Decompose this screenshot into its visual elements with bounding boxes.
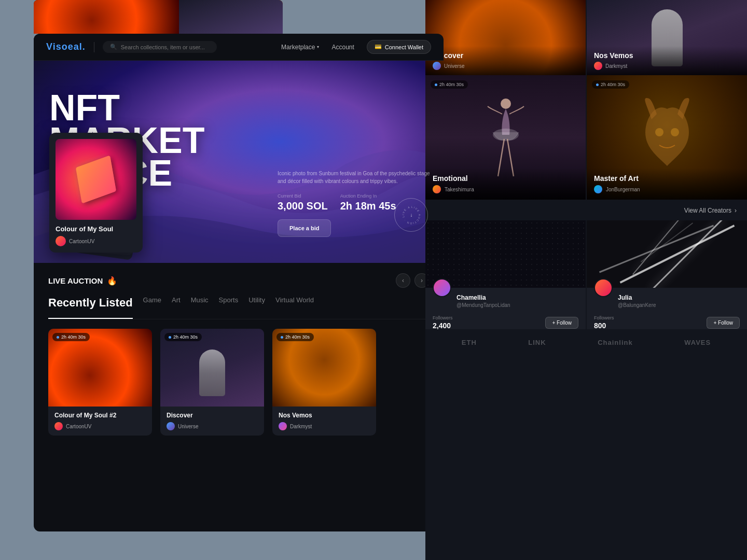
logo: Visoeal.	[46, 41, 86, 52]
auction-card-emotional-avatar	[433, 185, 441, 193]
nft-card-1-image: 2h 40m 30s	[160, 329, 264, 407]
tab-art[interactable]: Art	[172, 296, 181, 314]
creator-chamellia-name: Chamellia	[457, 294, 578, 301]
nft-card-1-author: Universe	[178, 424, 198, 429]
creator-card-julia-img	[587, 220, 747, 288]
creator-julia-follow-button[interactable]: + Follow	[707, 317, 740, 329]
nft-card-2-author: Darkmyst	[290, 424, 312, 429]
wallet-icon: 💳	[375, 44, 382, 50]
svg-point-5	[671, 128, 679, 136]
timer-dot-2	[281, 336, 283, 339]
rp-card-discover[interactable]: Discover Universe	[425, 0, 586, 75]
view-all-creators-button[interactable]: View All Creators ›	[684, 207, 737, 214]
creator-card-chamellia-img	[425, 220, 586, 288]
fire-icon: 🔥	[107, 276, 117, 286]
deco-top-left	[34, 0, 179, 34]
rp-card-nosvemos-avatar	[594, 62, 602, 70]
tab-game[interactable]: Game	[143, 296, 161, 314]
timer-dot-emotional	[435, 83, 437, 86]
nft-card-image	[56, 139, 136, 220]
current-bid-value: 3,000 SOL	[278, 200, 328, 212]
svg-point-2	[501, 99, 511, 109]
creator-julia-avatar	[594, 278, 613, 297]
creator-julia-followers-label: Followers	[594, 315, 614, 320]
nft-card-0-author-row: CartoonUV	[54, 422, 146, 430]
auction-ending-value: 2h 18m 45s	[340, 200, 396, 212]
nft-card-2-author-row: Darkmyst	[279, 422, 370, 430]
prev-arrow-button[interactable]: ‹	[396, 273, 410, 288]
timer-dot	[57, 336, 59, 339]
nav-arrows: ‹ ›	[396, 273, 429, 288]
deco-top-right	[179, 0, 283, 34]
place-bid-button[interactable]: Place a bid	[278, 219, 331, 237]
nft-card-0[interactable]: 2h 40m 30s Colour of My Soul #2 CartoonU…	[48, 329, 152, 436]
svg-line-8	[641, 223, 693, 262]
nft-card-0-timer: 2h 40m 30s	[52, 333, 90, 341]
auction-card-masterofart[interactable]: 2h 40m 30s Master of Art JonBurgerman	[587, 75, 747, 200]
creator-chamellia-followers-label: Followers	[433, 315, 453, 320]
creator-card-chamellia: Chamellia @MendungTanpoLidan Followers 2…	[425, 220, 586, 329]
category-tabs: Recently Listed Game Art Music Sports Ut…	[48, 296, 429, 319]
rp-card-nosvemos-author: Darkmyst	[605, 63, 627, 69]
hero-bid-section: Iconic photo from Sunburn festival in Go…	[278, 170, 433, 237]
hero-section: NFT MARKET PLACE Colour of My Soul Carto…	[34, 61, 444, 263]
creator-julia-followers-count: 800	[594, 321, 614, 329]
account-nav[interactable]: Account	[331, 44, 354, 51]
search-input[interactable]	[121, 44, 210, 50]
auction-cards-grid: 2h 40m 30s Emotional Takeshimura	[425, 75, 747, 200]
nft-card-1-author-row: Universe	[167, 422, 258, 430]
nft-card-1[interactable]: 2h 40m 30s Discover Universe	[160, 329, 264, 436]
auction-card-masterofart-author: JonBurgerman	[606, 187, 640, 192]
right-panel-inner: Discover Universe Nos Vemos	[425, 0, 747, 560]
tab-sports[interactable]: Sports	[219, 296, 239, 314]
statue-shape	[199, 349, 225, 396]
crypto-logos-row: ETH LINK Chainlink WAVES	[425, 330, 747, 355]
nft-card-2-avatar	[279, 422, 287, 430]
crypto-logo-waves: WAVES	[684, 339, 711, 346]
rp-card-nosvemos[interactable]: Nos Vemos Darkmyst	[587, 0, 747, 75]
rp-card-nosvemos-title: Nos Vemos	[594, 51, 740, 60]
auction-card-masterofart-avatar	[594, 185, 602, 193]
chevron-down-icon: ▾	[317, 45, 319, 49]
nft-card-2[interactable]: 2h 40m 30s Nos Vemos Darkmyst	[272, 329, 376, 436]
auction-card-emotional-title: Emotional	[433, 174, 578, 183]
timer-dot-1	[169, 336, 171, 339]
rp-card-discover-avatar	[433, 62, 441, 70]
marketplace-nav[interactable]: Marketplace ▾	[281, 44, 319, 51]
auction-card-masterofart-title: Master of Art	[594, 174, 740, 183]
nft-card-title: Colour of My Soul	[56, 225, 136, 233]
auction-ending-block: Auction Ending In 2h 18m 45s	[340, 193, 396, 212]
nav-links: Marketplace ▾ Account 💳 Connect Wallet	[281, 40, 431, 54]
hero-nft-card[interactable]: Colour of My Soul CartoonUV	[49, 133, 143, 253]
nft-card-0-image: 2h 40m 30s	[48, 329, 152, 407]
crypto-logo-chainlink: Chainlink	[598, 339, 633, 346]
nft-card-2-name: Nos Vemos	[279, 412, 370, 419]
deco-top-strip	[34, 0, 283, 34]
creator-chamellia-follow-button[interactable]: + Follow	[545, 317, 578, 329]
creator-chamellia-handle: @MendungTanpoLidan	[457, 302, 578, 308]
rp-card-discover-title: Discover	[433, 51, 578, 60]
chevron-right-icon: ›	[735, 207, 737, 214]
search-icon: 🔍	[110, 44, 117, 50]
nft-card-author-name: CartoonUV	[69, 239, 94, 244]
auction-card-emotional[interactable]: 2h 40m 30s Emotional Takeshimura	[425, 75, 586, 200]
creator-julia-name: Julia	[618, 294, 740, 301]
tab-music[interactable]: Music	[191, 296, 209, 314]
tab-utility[interactable]: Utility	[248, 296, 265, 314]
rp-card-discover-author-row: Universe	[433, 62, 578, 70]
nft-card-avatar	[56, 236, 66, 246]
hero-description: Iconic photo from Sunburn festival in Go…	[278, 170, 433, 185]
connect-wallet-button[interactable]: 💳 Connect Wallet	[367, 40, 431, 54]
live-auction-section: LIVE AUCTION 🔥 ‹ › Recently Listed Game …	[34, 263, 444, 441]
tab-recently-listed[interactable]: Recently Listed	[48, 296, 133, 314]
auction-card-masterofart-author-row: JonBurgerman	[594, 185, 740, 193]
lines-svg	[587, 220, 747, 288]
creator-card-julia: Julia @BalunganKere Followers 800 + Foll…	[587, 220, 747, 329]
auction-ending-label: Auction Ending In	[340, 193, 396, 199]
search-bar[interactable]: 🔍	[103, 41, 217, 53]
rp-card-nosvemos-author-row: Darkmyst	[594, 62, 740, 70]
tab-virtual-world[interactable]: Virtual World	[275, 296, 314, 314]
cube-artwork	[76, 155, 116, 203]
creator-cards-row: Chamellia @MendungTanpoLidan Followers 2…	[425, 220, 747, 329]
current-bid-label: Current Bid	[278, 193, 328, 199]
